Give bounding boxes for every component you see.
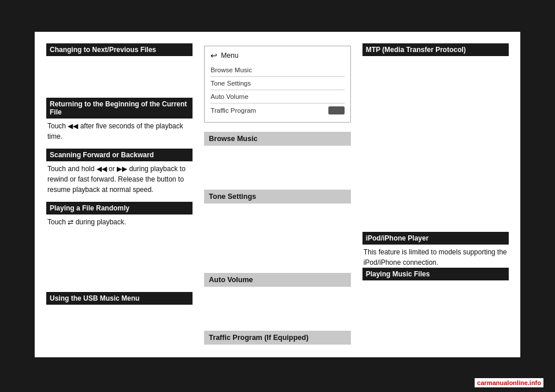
playing-randomly-text: Touch ⇄ during playback.: [46, 217, 193, 227]
menu-item-browse[interactable]: Browse Music: [210, 64, 344, 77]
auto-volume-label: Auto Volume: [204, 273, 350, 287]
back-arrow-icon: ↩: [210, 51, 217, 60]
watermark: carmanualonline.info: [475, 378, 543, 387]
column-3: MTP (Media Transfer Protocol) iPod/iPhon…: [357, 43, 515, 346]
menu-box: ↩ Menu Browse Music Tone Settings Auto V…: [204, 46, 350, 123]
menu-title: Menu: [221, 51, 238, 60]
spacer-8: [204, 287, 350, 321]
spacer-11: [362, 93, 509, 128]
spacer-3: [46, 264, 193, 287]
spacer-7: [204, 238, 350, 273]
page-content: Changing to Next/Previous Files Returnin…: [35, 32, 520, 357]
returning-header: Returning to the Beginning of the Curren…: [46, 98, 193, 119]
browse-music-label: Browse Music: [204, 132, 350, 146]
playing-randomly-header: Playing a File Randomly: [46, 202, 193, 215]
spacer-2: [46, 230, 193, 264]
usb-music-menu-header: Using the USB Music Menu: [46, 292, 193, 305]
changing-files-header: Changing to Next/Previous Files: [46, 43, 193, 56]
spacer-5: [204, 180, 350, 190]
spacer-1: [46, 58, 193, 93]
mtp-header: MTP (Media Transfer Protocol): [362, 43, 509, 56]
playing-music-header: Playing Music Files: [362, 268, 509, 280]
spacer-12: [362, 128, 509, 162]
spacer-9: [204, 321, 350, 331]
traffic-toggle[interactable]: [328, 106, 345, 114]
traffic-equipped-suffix: (If Equipped): [264, 334, 308, 342]
traffic-label: Traffic Program: [210, 107, 256, 114]
menu-box-title: ↩ Menu: [210, 51, 344, 60]
scanning-text: Touch and hold ◀◀ or ▶▶ during playback …: [46, 164, 193, 195]
traffic-program-text: Traffic Program: [209, 334, 262, 342]
tone-settings-label: Tone Settings: [204, 190, 350, 204]
scanning-header: Scanning Forward or Backward: [46, 149, 193, 161]
menu-item-tone[interactable]: Tone Settings: [210, 77, 344, 90]
returning-text: Touch ◀◀ after five seconds of the playb…: [46, 121, 193, 142]
traffic-program-label: Traffic Program (If Equipped): [204, 331, 350, 345]
menu-item-auto[interactable]: Auto Volume: [210, 90, 344, 103]
spacer-6: [204, 204, 350, 238]
menu-item-traffic[interactable]: Traffic Program: [210, 103, 344, 117]
ipod-text: This feature is limited to models suppor…: [362, 247, 509, 268]
ipod-header: iPod/iPhone Player: [362, 232, 509, 245]
spacer-10: [362, 58, 509, 93]
column-2: ↩ Menu Browse Music Tone Settings Auto V…: [198, 43, 356, 346]
column-1: Changing to Next/Previous Files Returnin…: [40, 43, 198, 346]
spacer-4: [204, 146, 350, 180]
